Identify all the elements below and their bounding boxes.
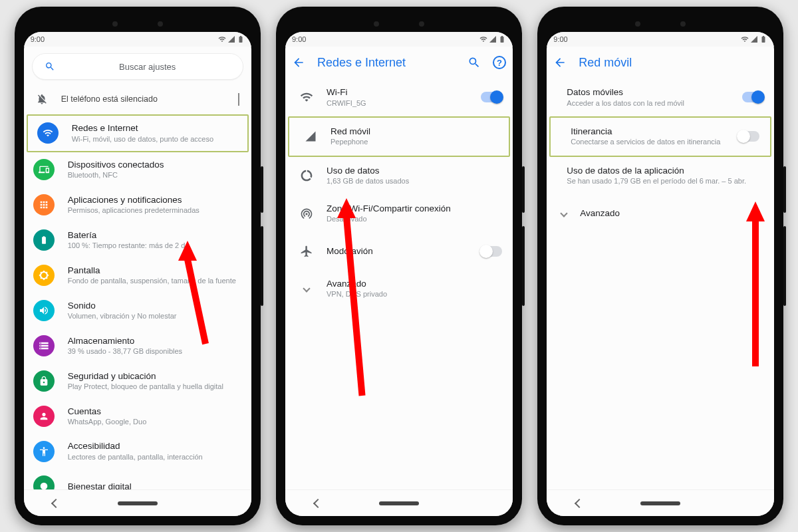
row-accessibility[interactable]: Accesibilidad Lectores de pantalla, pant…	[24, 434, 251, 469]
silent-banner[interactable]: El teléfono está silenciado	[24, 84, 251, 114]
battery-icon	[759, 35, 767, 43]
accessibility-icon	[33, 441, 55, 462]
status-bar: 9:00	[24, 32, 251, 47]
phone-notch	[285, 16, 513, 32]
nav-back-button[interactable]	[576, 500, 583, 507]
nav-home-pill[interactable]	[379, 501, 419, 505]
airplane-icon	[296, 241, 317, 262]
row-title: Uso de datos de la aplicación	[567, 165, 763, 177]
back-arrow-icon[interactable]	[553, 56, 567, 69]
row-network-internet[interactable]: Redes e Internet Wi-Fi, móvil, uso de da…	[27, 114, 249, 152]
row-accounts[interactable]: Cuentas WhatsApp, Google, Duo	[24, 399, 251, 434]
row-subtitle: Pepephone	[331, 137, 498, 147]
row-sound[interactable]: Sonido Volumen, vibración y No molestar	[24, 293, 251, 329]
row-subtitle: 39 % usado - 38,77 GB disponibles	[68, 346, 242, 356]
signal-icon	[489, 35, 497, 43]
row-mobile-network[interactable]: Red móvil Pepephone	[288, 116, 510, 157]
row-title: Uso de datos	[327, 165, 502, 177]
row-subtitle: CRWIFI_5G	[327, 98, 471, 108]
chevron-down-icon	[557, 203, 571, 224]
screen-3: 9:00 Red móvil Datos móviles Acceder a l…	[547, 32, 774, 516]
accounts-icon	[33, 406, 55, 427]
row-advanced[interactable]: Avanzado	[547, 195, 774, 232]
status-bar: 9:00	[285, 32, 513, 47]
apps-icon	[33, 194, 55, 215]
row-subtitle: Permisos, aplicaciones predeterminadas	[68, 205, 242, 215]
row-mobile-data[interactable]: Datos móviles Acceder a los datos con la…	[547, 78, 774, 116]
nav-home-pill[interactable]	[640, 501, 680, 505]
chevron-down-icon	[238, 93, 239, 105]
mobile-network-list: Datos móviles Acceder a los datos con la…	[547, 78, 774, 489]
row-subtitle: Acceder a los datos con la red móvil	[567, 98, 733, 108]
row-subtitle: Volumen, vibración y No molestar	[68, 311, 242, 321]
row-subtitle: Fondo de pantalla, suspensión, tamaño de…	[68, 276, 242, 286]
page-title: Redes e Internet	[317, 56, 456, 70]
banner-text: El teléfono está silenciado	[61, 94, 158, 104]
search-icon[interactable]	[467, 56, 481, 69]
nav-back-button[interactable]	[53, 500, 59, 507]
phone-notch	[24, 16, 251, 32]
red-arrow-3	[746, 201, 765, 221]
roaming-toggle[interactable]	[738, 131, 759, 142]
svg-point-0	[40, 483, 47, 489]
phone-frame-2: 9:00 Redes e Internet ? Wi-Fi CRWIFI_5G	[276, 7, 522, 525]
wifi-icon	[218, 35, 226, 43]
red-arrow-1	[178, 241, 197, 261]
wifi-icon	[479, 35, 487, 43]
status-time: 9:00	[31, 35, 45, 43]
row-title: Cuentas	[68, 406, 242, 418]
help-icon[interactable]: ?	[493, 56, 506, 69]
battery-icon	[237, 35, 245, 43]
chevron-down-icon	[296, 278, 317, 299]
row-title: Sonido	[68, 300, 242, 312]
wifi-icon	[741, 35, 749, 43]
row-title: Avanzado	[580, 207, 763, 219]
row-apps-notifications[interactable]: Aplicaciones y notificaciones Permisos, …	[24, 188, 251, 223]
row-hotspot[interactable]: Zona Wi-Fi/Compartir conexión Desactivad…	[285, 195, 513, 233]
status-time: 9:00	[292, 35, 306, 43]
row-app-data-usage[interactable]: Uso de datos de la aplicación Se han usa…	[547, 157, 774, 195]
row-subtitle: Play Protect, bloqueo de pantalla y huel…	[68, 382, 242, 392]
app-bar: Red móvil	[547, 47, 774, 78]
network-list: Wi-Fi CRWIFI_5G Red móvil Pepephone	[285, 78, 513, 489]
row-wifi[interactable]: Wi-Fi CRWIFI_5G	[285, 78, 513, 116]
storage-icon	[33, 335, 55, 356]
status-icons	[741, 35, 767, 43]
mobile-data-toggle[interactable]	[742, 92, 763, 102]
sound-icon	[33, 300, 55, 321]
row-title: Accesibilidad	[68, 440, 242, 452]
search-icon	[45, 61, 55, 72]
wifi-toggle[interactable]	[481, 92, 502, 102]
row-battery[interactable]: Batería 100 %: Tiempo restante: más de 2…	[24, 223, 251, 258]
nav-back-button[interactable]	[315, 500, 321, 507]
row-title: Itinerancia	[571, 126, 729, 138]
phone-frame-1: 9:00 Buscar ajustes El teléfono está sil…	[15, 7, 261, 525]
row-advanced[interactable]: Avanzado VPN, DNS privado	[285, 270, 513, 308]
row-subtitle: Lectores de pantalla, pantalla, interacc…	[68, 452, 242, 462]
row-digital-wellbeing[interactable]: Bienestar digital	[24, 469, 251, 489]
settings-list: Redes e Internet Wi-Fi, móvil, uso de da…	[24, 114, 251, 489]
bell-off-icon	[36, 93, 48, 105]
status-icons	[479, 35, 506, 43]
row-storage[interactable]: Almacenamiento 39 % usado - 38,77 GB dis…	[24, 329, 251, 364]
airplane-toggle[interactable]	[481, 246, 502, 257]
row-subtitle: Wi-Fi, móvil, uso de datos, punto de acc…	[72, 134, 238, 144]
screen-1: 9:00 Buscar ajustes El teléfono está sil…	[24, 32, 251, 516]
back-arrow-icon[interactable]	[292, 56, 305, 69]
row-security[interactable]: Seguridad y ubicación Play Protect, bloq…	[24, 364, 251, 399]
page-title: Red móvil	[579, 56, 767, 70]
row-display[interactable]: Pantalla Fondo de pantalla, suspensión, …	[24, 258, 251, 293]
signal-icon	[227, 35, 235, 43]
data-usage-icon	[296, 165, 317, 186]
signal-icon	[750, 35, 758, 43]
row-title: Almacenamiento	[68, 335, 242, 347]
row-title: Batería	[68, 229, 242, 241]
row-connected-devices[interactable]: Dispositivos conectados Bluetooth, NFC	[24, 152, 251, 188]
nav-home-pill[interactable]	[118, 501, 158, 505]
status-icons	[218, 35, 245, 43]
row-airplane-mode[interactable]: Modo avión	[285, 233, 513, 270]
row-roaming[interactable]: Itinerancia Conectarse a servicios de da…	[549, 116, 771, 157]
signal-icon	[300, 126, 321, 147]
search-input[interactable]: Buscar ajustes	[32, 53, 243, 80]
row-data-usage[interactable]: Uso de datos 1,63 GB de datos usados	[285, 157, 513, 195]
